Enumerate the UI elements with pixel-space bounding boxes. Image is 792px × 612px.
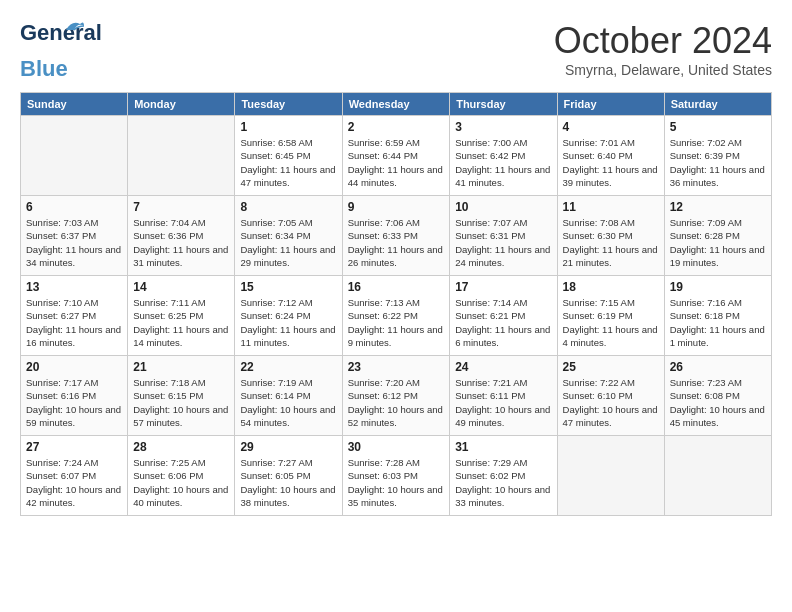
day-number: 16 [348, 280, 445, 294]
day-number: 17 [455, 280, 551, 294]
day-info: Sunrise: 7:13 AM Sunset: 6:22 PM Dayligh… [348, 296, 445, 349]
page-header: General Blue October 2024 Smyrna, Delawa… [20, 20, 772, 82]
day-number: 26 [670, 360, 766, 374]
day-number: 27 [26, 440, 122, 454]
calendar-cell [557, 436, 664, 516]
calendar-cell: 30Sunrise: 7:28 AM Sunset: 6:03 PM Dayli… [342, 436, 450, 516]
day-number: 11 [563, 200, 659, 214]
day-number: 20 [26, 360, 122, 374]
calendar-cell [21, 116, 128, 196]
calendar-body: 1Sunrise: 6:58 AM Sunset: 6:45 PM Daylig… [21, 116, 772, 516]
calendar-cell: 19Sunrise: 7:16 AM Sunset: 6:18 PM Dayli… [664, 276, 771, 356]
calendar-table: SundayMondayTuesdayWednesdayThursdayFrid… [20, 92, 772, 516]
calendar-week-1: 1Sunrise: 6:58 AM Sunset: 6:45 PM Daylig… [21, 116, 772, 196]
calendar-cell: 14Sunrise: 7:11 AM Sunset: 6:25 PM Dayli… [128, 276, 235, 356]
calendar-cell: 21Sunrise: 7:18 AM Sunset: 6:15 PM Dayli… [128, 356, 235, 436]
day-info: Sunrise: 7:20 AM Sunset: 6:12 PM Dayligh… [348, 376, 445, 429]
calendar-cell: 4Sunrise: 7:01 AM Sunset: 6:40 PM Daylig… [557, 116, 664, 196]
day-number: 25 [563, 360, 659, 374]
day-info: Sunrise: 7:24 AM Sunset: 6:07 PM Dayligh… [26, 456, 122, 509]
calendar-cell: 29Sunrise: 7:27 AM Sunset: 6:05 PM Dayli… [235, 436, 342, 516]
day-info: Sunrise: 7:23 AM Sunset: 6:08 PM Dayligh… [670, 376, 766, 429]
day-number: 14 [133, 280, 229, 294]
day-number: 9 [348, 200, 445, 214]
calendar-header-row: SundayMondayTuesdayWednesdayThursdayFrid… [21, 93, 772, 116]
calendar-cell: 17Sunrise: 7:14 AM Sunset: 6:21 PM Dayli… [450, 276, 557, 356]
calendar-cell: 16Sunrise: 7:13 AM Sunset: 6:22 PM Dayli… [342, 276, 450, 356]
calendar-cell: 7Sunrise: 7:04 AM Sunset: 6:36 PM Daylig… [128, 196, 235, 276]
calendar-cell: 28Sunrise: 7:25 AM Sunset: 6:06 PM Dayli… [128, 436, 235, 516]
day-info: Sunrise: 7:11 AM Sunset: 6:25 PM Dayligh… [133, 296, 229, 349]
logo: General Blue [20, 20, 68, 82]
day-info: Sunrise: 7:17 AM Sunset: 6:16 PM Dayligh… [26, 376, 122, 429]
day-info: Sunrise: 7:28 AM Sunset: 6:03 PM Dayligh… [348, 456, 445, 509]
day-number: 28 [133, 440, 229, 454]
weekday-header-sunday: Sunday [21, 93, 128, 116]
weekday-header-friday: Friday [557, 93, 664, 116]
day-info: Sunrise: 7:15 AM Sunset: 6:19 PM Dayligh… [563, 296, 659, 349]
day-number: 1 [240, 120, 336, 134]
day-number: 29 [240, 440, 336, 454]
day-number: 24 [455, 360, 551, 374]
day-number: 6 [26, 200, 122, 214]
day-info: Sunrise: 7:08 AM Sunset: 6:30 PM Dayligh… [563, 216, 659, 269]
day-number: 31 [455, 440, 551, 454]
day-info: Sunrise: 7:02 AM Sunset: 6:39 PM Dayligh… [670, 136, 766, 189]
day-info: Sunrise: 7:10 AM Sunset: 6:27 PM Dayligh… [26, 296, 122, 349]
calendar-cell: 9Sunrise: 7:06 AM Sunset: 6:33 PM Daylig… [342, 196, 450, 276]
month-title: October 2024 [554, 20, 772, 62]
calendar-cell: 24Sunrise: 7:21 AM Sunset: 6:11 PM Dayli… [450, 356, 557, 436]
day-info: Sunrise: 7:07 AM Sunset: 6:31 PM Dayligh… [455, 216, 551, 269]
calendar-cell: 8Sunrise: 7:05 AM Sunset: 6:34 PM Daylig… [235, 196, 342, 276]
calendar-cell: 31Sunrise: 7:29 AM Sunset: 6:02 PM Dayli… [450, 436, 557, 516]
calendar-cell: 26Sunrise: 7:23 AM Sunset: 6:08 PM Dayli… [664, 356, 771, 436]
calendar-cell: 5Sunrise: 7:02 AM Sunset: 6:39 PM Daylig… [664, 116, 771, 196]
day-number: 30 [348, 440, 445, 454]
day-number: 4 [563, 120, 659, 134]
day-number: 19 [670, 280, 766, 294]
calendar-cell: 13Sunrise: 7:10 AM Sunset: 6:27 PM Dayli… [21, 276, 128, 356]
day-number: 21 [133, 360, 229, 374]
day-info: Sunrise: 7:03 AM Sunset: 6:37 PM Dayligh… [26, 216, 122, 269]
day-info: Sunrise: 7:05 AM Sunset: 6:34 PM Dayligh… [240, 216, 336, 269]
day-number: 3 [455, 120, 551, 134]
day-info: Sunrise: 6:59 AM Sunset: 6:44 PM Dayligh… [348, 136, 445, 189]
calendar-cell: 11Sunrise: 7:08 AM Sunset: 6:30 PM Dayli… [557, 196, 664, 276]
day-info: Sunrise: 7:25 AM Sunset: 6:06 PM Dayligh… [133, 456, 229, 509]
calendar-cell: 12Sunrise: 7:09 AM Sunset: 6:28 PM Dayli… [664, 196, 771, 276]
day-number: 18 [563, 280, 659, 294]
day-number: 15 [240, 280, 336, 294]
day-number: 10 [455, 200, 551, 214]
logo-bird-icon [64, 16, 86, 38]
calendar-cell: 15Sunrise: 7:12 AM Sunset: 6:24 PM Dayli… [235, 276, 342, 356]
logo-general: General [20, 20, 102, 45]
calendar-cell: 1Sunrise: 6:58 AM Sunset: 6:45 PM Daylig… [235, 116, 342, 196]
day-info: Sunrise: 6:58 AM Sunset: 6:45 PM Dayligh… [240, 136, 336, 189]
title-block: October 2024 Smyrna, Delaware, United St… [554, 20, 772, 78]
day-info: Sunrise: 7:14 AM Sunset: 6:21 PM Dayligh… [455, 296, 551, 349]
calendar-cell: 22Sunrise: 7:19 AM Sunset: 6:14 PM Dayli… [235, 356, 342, 436]
calendar-cell: 10Sunrise: 7:07 AM Sunset: 6:31 PM Dayli… [450, 196, 557, 276]
day-number: 23 [348, 360, 445, 374]
day-number: 2 [348, 120, 445, 134]
weekday-header-saturday: Saturday [664, 93, 771, 116]
calendar-week-5: 27Sunrise: 7:24 AM Sunset: 6:07 PM Dayli… [21, 436, 772, 516]
day-number: 12 [670, 200, 766, 214]
day-number: 22 [240, 360, 336, 374]
day-info: Sunrise: 7:29 AM Sunset: 6:02 PM Dayligh… [455, 456, 551, 509]
day-info: Sunrise: 7:18 AM Sunset: 6:15 PM Dayligh… [133, 376, 229, 429]
day-info: Sunrise: 7:01 AM Sunset: 6:40 PM Dayligh… [563, 136, 659, 189]
day-info: Sunrise: 7:00 AM Sunset: 6:42 PM Dayligh… [455, 136, 551, 189]
day-info: Sunrise: 7:21 AM Sunset: 6:11 PM Dayligh… [455, 376, 551, 429]
weekday-header-thursday: Thursday [450, 93, 557, 116]
weekday-header-tuesday: Tuesday [235, 93, 342, 116]
day-number: 5 [670, 120, 766, 134]
calendar-cell: 23Sunrise: 7:20 AM Sunset: 6:12 PM Dayli… [342, 356, 450, 436]
weekday-header-monday: Monday [128, 93, 235, 116]
weekday-header-wednesday: Wednesday [342, 93, 450, 116]
day-number: 8 [240, 200, 336, 214]
location-subtitle: Smyrna, Delaware, United States [554, 62, 772, 78]
calendar-week-3: 13Sunrise: 7:10 AM Sunset: 6:27 PM Dayli… [21, 276, 772, 356]
day-info: Sunrise: 7:04 AM Sunset: 6:36 PM Dayligh… [133, 216, 229, 269]
calendar-week-4: 20Sunrise: 7:17 AM Sunset: 6:16 PM Dayli… [21, 356, 772, 436]
